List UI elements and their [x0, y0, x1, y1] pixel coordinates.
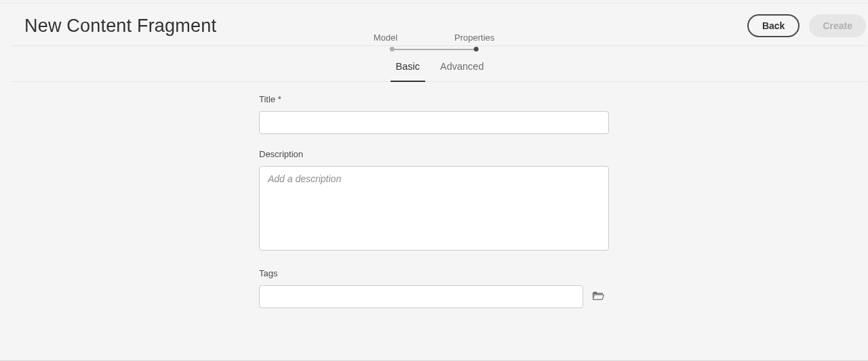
title-input[interactable]: [259, 111, 609, 134]
create-button: Create: [809, 14, 866, 37]
field-tags: Tags: [259, 268, 609, 308]
properties-form: Title * Description Tags: [259, 94, 609, 308]
back-button[interactable]: Back: [747, 14, 800, 37]
stepper-step-properties[interactable]: Properties: [454, 33, 494, 43]
description-label: Description: [259, 149, 609, 159]
tags-input[interactable]: [259, 285, 583, 308]
form-tabs: Basic Advanced: [12, 46, 867, 82]
title-label: Title *: [259, 94, 609, 104]
description-textarea[interactable]: [259, 166, 609, 251]
folder-open-icon: [592, 291, 604, 303]
browse-tags-button[interactable]: [587, 285, 609, 308]
stepper-dot-model: [389, 47, 394, 51]
tags-label: Tags: [259, 268, 609, 278]
field-description: Description: [259, 149, 609, 253]
stepper-step-model[interactable]: Model: [374, 33, 397, 43]
tags-row: [259, 285, 609, 308]
tab-basic[interactable]: Basic: [396, 46, 420, 81]
page-title: New Content Fragment: [24, 16, 216, 37]
header-actions: Back Create: [747, 14, 867, 37]
page-header: New Content Fragment Model Properties Ba…: [12, 3, 867, 46]
stepper-labels: Model Properties: [374, 33, 495, 43]
tab-advanced[interactable]: Advanced: [440, 46, 484, 81]
field-title: Title *: [259, 94, 609, 134]
